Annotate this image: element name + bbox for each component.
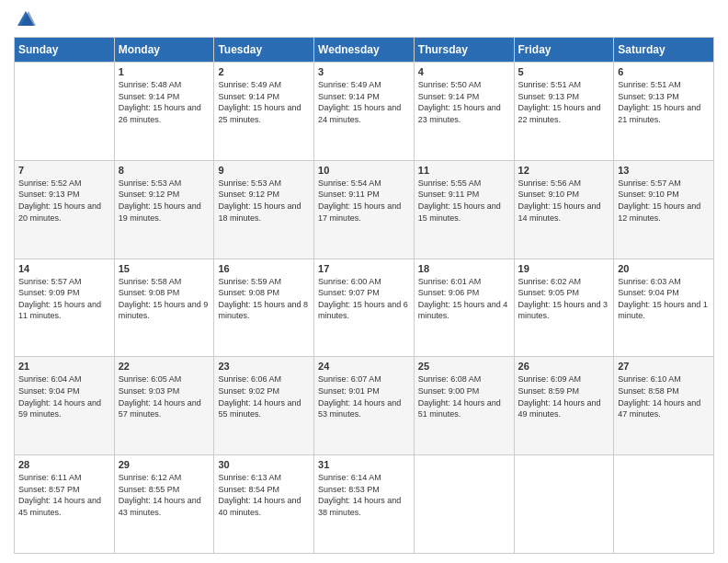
calendar-week-row: 1 Sunrise: 5:48 AMSunset: 9:14 PMDayligh… (15, 63, 714, 161)
day-number: 31 (318, 459, 410, 470)
day-info: Sunrise: 5:53 AMSunset: 9:12 PMDaylight:… (218, 178, 310, 224)
day-info: Sunrise: 5:53 AMSunset: 9:12 PMDaylight:… (119, 178, 210, 224)
calendar-day-cell: 10 Sunrise: 5:54 AMSunset: 9:11 PMDaylig… (314, 160, 415, 259)
day-number: 2 (218, 66, 310, 77)
day-number: 17 (318, 263, 410, 274)
day-info: Sunrise: 5:49 AMSunset: 9:14 PMDaylight:… (318, 79, 410, 125)
calendar-day-cell: 17 Sunrise: 6:00 AMSunset: 9:07 PMDaylig… (314, 259, 415, 357)
calendar-week-row: 7 Sunrise: 5:52 AMSunset: 9:13 PMDayligh… (15, 160, 714, 259)
day-number: 25 (418, 361, 510, 372)
day-info: Sunrise: 6:12 AMSunset: 8:55 PMDaylight:… (119, 472, 210, 518)
day-info: Sunrise: 6:13 AMSunset: 8:54 PMDaylight:… (218, 472, 310, 518)
calendar-day-cell: 22 Sunrise: 6:05 AMSunset: 9:03 PMDaylig… (114, 357, 214, 455)
calendar-day-cell: 23 Sunrise: 6:06 AMSunset: 9:02 PMDaylig… (214, 357, 314, 455)
page: SundayMondayTuesdayWednesdayThursdayFrid… (0, 0, 728, 563)
calendar-week-row: 21 Sunrise: 6:04 AMSunset: 9:04 PMDaylig… (15, 357, 714, 455)
day-info: Sunrise: 6:14 AMSunset: 8:53 PMDaylight:… (318, 472, 410, 518)
calendar-day-cell: 2 Sunrise: 5:49 AMSunset: 9:14 PMDayligh… (214, 63, 314, 161)
calendar-week-row: 14 Sunrise: 5:57 AMSunset: 9:09 PMDaylig… (15, 259, 714, 357)
calendar-day-cell (514, 455, 614, 554)
calendar-day-cell: 24 Sunrise: 6:07 AMSunset: 9:01 PMDaylig… (314, 357, 415, 455)
calendar-day-cell: 6 Sunrise: 5:51 AMSunset: 9:13 PMDayligh… (614, 63, 714, 161)
day-number: 8 (119, 165, 210, 176)
day-info: Sunrise: 6:03 AMSunset: 9:04 PMDaylight:… (618, 276, 710, 322)
day-number: 7 (18, 165, 110, 176)
day-number: 16 (218, 263, 310, 274)
day-info: Sunrise: 5:51 AMSunset: 9:13 PMDaylight:… (618, 79, 710, 125)
calendar-day-cell: 4 Sunrise: 5:50 AMSunset: 9:14 PMDayligh… (414, 63, 514, 161)
day-info: Sunrise: 6:04 AMSunset: 9:04 PMDaylight:… (18, 373, 110, 419)
calendar-day-cell: 11 Sunrise: 5:55 AMSunset: 9:11 PMDaylig… (414, 160, 514, 259)
calendar-week-row: 28 Sunrise: 6:11 AMSunset: 8:57 PMDaylig… (15, 455, 714, 554)
calendar-day-cell: 20 Sunrise: 6:03 AMSunset: 9:04 PMDaylig… (614, 259, 714, 357)
logo (14, 9, 36, 29)
day-info: Sunrise: 6:07 AMSunset: 9:01 PMDaylight:… (318, 373, 410, 419)
weekday-header-cell: Wednesday (314, 38, 415, 63)
calendar-day-cell: 27 Sunrise: 6:10 AMSunset: 8:58 PMDaylig… (614, 357, 714, 455)
calendar-day-cell: 31 Sunrise: 6:14 AMSunset: 8:53 PMDaylig… (314, 455, 415, 554)
day-info: Sunrise: 5:49 AMSunset: 9:14 PMDaylight:… (218, 79, 310, 125)
day-number: 28 (18, 459, 110, 470)
day-info: Sunrise: 5:57 AMSunset: 9:09 PMDaylight:… (18, 276, 110, 322)
weekday-header-cell: Sunday (15, 38, 115, 63)
weekday-header-cell: Tuesday (214, 38, 314, 63)
day-number: 5 (518, 66, 610, 77)
calendar-day-cell: 30 Sunrise: 6:13 AMSunset: 8:54 PMDaylig… (214, 455, 314, 554)
weekday-header-cell: Friday (514, 38, 614, 63)
day-number: 3 (318, 66, 410, 77)
weekday-header-cell: Thursday (414, 38, 514, 63)
day-info: Sunrise: 5:54 AMSunset: 9:11 PMDaylight:… (318, 178, 410, 224)
calendar-day-cell: 19 Sunrise: 6:02 AMSunset: 9:05 PMDaylig… (514, 259, 614, 357)
calendar-day-cell: 1 Sunrise: 5:48 AMSunset: 9:14 PMDayligh… (114, 63, 214, 161)
day-number: 12 (518, 165, 610, 176)
day-number: 26 (518, 361, 610, 372)
day-info: Sunrise: 5:48 AMSunset: 9:14 PMDaylight:… (119, 79, 210, 125)
day-info: Sunrise: 6:05 AMSunset: 9:03 PMDaylight:… (119, 373, 210, 419)
day-number: 15 (119, 263, 210, 274)
day-info: Sunrise: 6:06 AMSunset: 9:02 PMDaylight:… (218, 373, 310, 419)
calendar-day-cell: 7 Sunrise: 5:52 AMSunset: 9:13 PMDayligh… (15, 160, 115, 259)
day-number: 10 (318, 165, 410, 176)
day-number: 24 (318, 361, 410, 372)
calendar-day-cell: 12 Sunrise: 5:56 AMSunset: 9:10 PMDaylig… (514, 160, 614, 259)
day-number: 9 (218, 165, 310, 176)
day-info: Sunrise: 5:58 AMSunset: 9:08 PMDaylight:… (119, 276, 210, 322)
calendar-day-cell: 15 Sunrise: 5:58 AMSunset: 9:08 PMDaylig… (114, 259, 214, 357)
day-info: Sunrise: 6:08 AMSunset: 9:00 PMDaylight:… (418, 373, 510, 419)
header (14, 9, 714, 29)
day-info: Sunrise: 5:50 AMSunset: 9:14 PMDaylight:… (418, 79, 510, 125)
calendar-day-cell: 13 Sunrise: 5:57 AMSunset: 9:10 PMDaylig… (614, 160, 714, 259)
day-info: Sunrise: 6:11 AMSunset: 8:57 PMDaylight:… (18, 472, 110, 518)
weekday-header-cell: Monday (114, 38, 214, 63)
day-info: Sunrise: 5:55 AMSunset: 9:11 PMDaylight:… (418, 178, 510, 224)
day-info: Sunrise: 5:56 AMSunset: 9:10 PMDaylight:… (518, 178, 610, 224)
calendar-day-cell: 29 Sunrise: 6:12 AMSunset: 8:55 PMDaylig… (114, 455, 214, 554)
calendar-day-cell: 14 Sunrise: 5:57 AMSunset: 9:09 PMDaylig… (15, 259, 115, 357)
calendar-body: 1 Sunrise: 5:48 AMSunset: 9:14 PMDayligh… (15, 63, 714, 554)
calendar-day-cell: 3 Sunrise: 5:49 AMSunset: 9:14 PMDayligh… (314, 63, 415, 161)
day-number: 11 (418, 165, 510, 176)
day-number: 1 (119, 66, 210, 77)
day-number: 23 (218, 361, 310, 372)
calendar-day-cell (614, 455, 714, 554)
day-number: 4 (418, 66, 510, 77)
calendar-table: SundayMondayTuesdayWednesdayThursdayFrid… (14, 37, 714, 554)
day-info: Sunrise: 6:09 AMSunset: 8:59 PMDaylight:… (518, 373, 610, 419)
day-info: Sunrise: 5:59 AMSunset: 9:08 PMDaylight:… (218, 276, 310, 322)
calendar-day-cell (15, 63, 115, 161)
calendar-day-cell: 21 Sunrise: 6:04 AMSunset: 9:04 PMDaylig… (15, 357, 115, 455)
day-number: 30 (218, 459, 310, 470)
day-info: Sunrise: 6:10 AMSunset: 8:58 PMDaylight:… (618, 373, 710, 419)
calendar-day-cell: 26 Sunrise: 6:09 AMSunset: 8:59 PMDaylig… (514, 357, 614, 455)
day-info: Sunrise: 6:02 AMSunset: 9:05 PMDaylight:… (518, 276, 610, 322)
day-number: 27 (618, 361, 710, 372)
day-number: 29 (119, 459, 210, 470)
logo-icon (16, 9, 36, 29)
day-number: 6 (618, 66, 710, 77)
calendar-day-cell: 18 Sunrise: 6:01 AMSunset: 9:06 PMDaylig… (414, 259, 514, 357)
day-number: 18 (418, 263, 510, 274)
day-info: Sunrise: 6:01 AMSunset: 9:06 PMDaylight:… (418, 276, 510, 322)
day-info: Sunrise: 5:52 AMSunset: 9:13 PMDaylight:… (18, 178, 110, 224)
weekday-header-cell: Saturday (614, 38, 714, 63)
calendar-day-cell: 25 Sunrise: 6:08 AMSunset: 9:00 PMDaylig… (414, 357, 514, 455)
